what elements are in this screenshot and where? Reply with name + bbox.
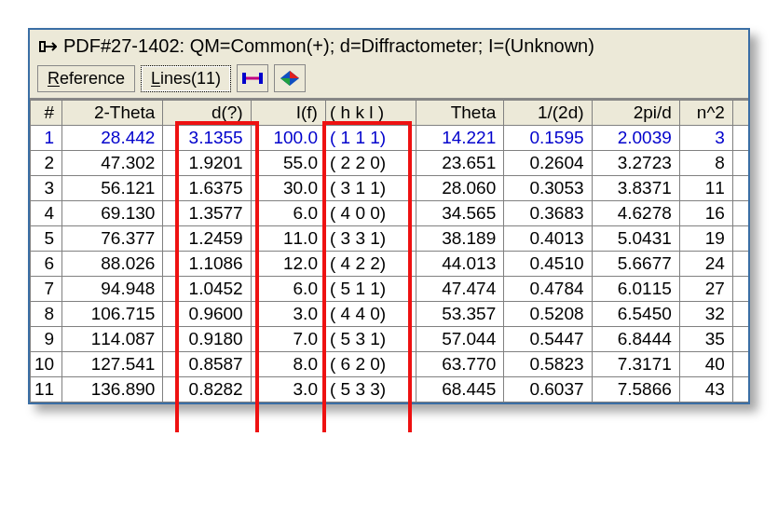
cell-d: 0.8282 xyxy=(163,377,251,402)
cell-theta: 14.221 xyxy=(416,126,503,151)
cell-d: 0.8587 xyxy=(163,352,251,377)
cell-n2: 24 xyxy=(679,252,732,277)
cell-spacer xyxy=(732,126,748,151)
cell-n2: 19 xyxy=(679,226,732,252)
cell-inv2d: 0.1595 xyxy=(504,126,592,151)
lines-label-rest: ines(11) xyxy=(160,69,221,88)
cell-d: 3.1355 xyxy=(163,126,251,151)
cell-spacer xyxy=(732,327,748,352)
cell-if: 100.0 xyxy=(251,126,325,151)
cell-inv2d: 0.4784 xyxy=(504,277,592,302)
cell-inv2d: 0.6037 xyxy=(504,377,592,402)
cell-if: 7.0 xyxy=(251,327,325,352)
cell-idx: 9 xyxy=(31,327,62,352)
table-row[interactable]: 469.1301.35776.0( 4 0 0)34.5650.36834.62… xyxy=(31,201,749,226)
table-row[interactable]: 794.9481.04526.0( 5 1 1)47.4740.47846.01… xyxy=(31,277,749,302)
table-row[interactable]: 9114.0870.91807.0( 5 3 1)57.0440.54476.8… xyxy=(31,327,749,352)
app-window: PDF#27-1402: QM=Common(+); d=Diffractome… xyxy=(28,28,750,404)
cell-twotheta: 127.541 xyxy=(62,352,163,377)
cell-idx: 2 xyxy=(31,151,62,176)
cell-twotheta: 88.026 xyxy=(62,252,163,277)
cell-twopid: 3.8371 xyxy=(592,176,679,201)
cell-theta: 68.445 xyxy=(416,377,503,402)
cell-n2: 40 xyxy=(679,352,732,377)
cell-twopid: 6.5450 xyxy=(592,302,679,327)
cell-twopid: 5.6677 xyxy=(592,252,679,277)
reference-mnemonic: R xyxy=(48,69,60,88)
svg-marker-8 xyxy=(280,78,290,86)
cell-spacer xyxy=(732,352,748,377)
titlebar: PDF#27-1402: QM=Common(+); d=Diffractome… xyxy=(30,30,748,59)
cell-inv2d: 0.3053 xyxy=(504,176,592,201)
cell-if: 6.0 xyxy=(251,201,325,226)
cell-spacer xyxy=(732,302,748,327)
columns-icon-button[interactable] xyxy=(237,64,268,92)
col-theta[interactable]: Theta xyxy=(416,101,503,126)
cell-theta: 34.565 xyxy=(416,201,503,226)
table-row[interactable]: 576.3771.245911.0( 3 3 1)38.1890.40135.0… xyxy=(31,226,749,252)
table-row[interactable]: 10127.5410.85878.0( 6 2 0)63.7700.58237.… xyxy=(31,352,749,377)
cell-hkl: ( 6 2 0) xyxy=(325,352,416,377)
cell-inv2d: 0.2604 xyxy=(504,151,592,176)
cell-idx: 7 xyxy=(31,277,62,302)
lines-button[interactable]: Lines(11) xyxy=(141,65,231,92)
cell-twopid: 5.0431 xyxy=(592,226,679,252)
data-grid[interactable]: # 2-Theta d(?) I(f) ( h k l ) Theta 1/(2… xyxy=(30,100,748,402)
cell-twotheta: 76.377 xyxy=(62,226,163,252)
cell-hkl: ( 4 4 0) xyxy=(325,302,416,327)
lines-mnemonic: L xyxy=(151,69,160,88)
pin-icon xyxy=(37,38,58,55)
reference-label-rest: eference xyxy=(60,69,125,88)
cell-d: 1.0452 xyxy=(163,277,251,302)
cell-theta: 44.013 xyxy=(416,252,503,277)
table-row[interactable]: 247.3021.920155.0( 2 2 0)23.6510.26043.2… xyxy=(31,151,749,176)
cell-theta: 63.770 xyxy=(416,352,503,377)
cell-idx: 6 xyxy=(31,252,62,277)
cell-idx: 1 xyxy=(31,126,62,151)
cell-twotheta: 106.715 xyxy=(62,302,163,327)
cell-if: 11.0 xyxy=(251,226,325,252)
cell-hkl: ( 3 3 1) xyxy=(325,226,416,252)
crystal-icon-button[interactable] xyxy=(274,64,306,92)
cell-spacer xyxy=(732,226,748,252)
cell-d: 0.9600 xyxy=(163,302,251,327)
cell-n2: 35 xyxy=(679,327,732,352)
cell-idx: 4 xyxy=(31,201,62,226)
cell-if: 8.0 xyxy=(251,352,325,377)
table-row[interactable]: 11136.8900.82823.0( 5 3 3)68.4450.60377.… xyxy=(31,377,749,402)
table-row[interactable]: 128.4423.1355100.0( 1 1 1)14.2210.15952.… xyxy=(31,126,749,151)
col-d[interactable]: d(?) xyxy=(163,101,251,126)
reference-button[interactable]: Reference xyxy=(37,65,135,92)
cell-spacer xyxy=(732,201,748,226)
table-row[interactable]: 356.1211.637530.0( 3 1 1)28.0600.30533.8… xyxy=(31,176,749,201)
col-n2[interactable]: n^2 xyxy=(679,101,732,126)
table-row[interactable]: 688.0261.108612.0( 4 2 2)44.0130.45105.6… xyxy=(31,252,749,277)
cell-n2: 16 xyxy=(679,201,732,226)
cell-spacer xyxy=(732,252,748,277)
col-spacer xyxy=(732,101,748,126)
cell-twotheta: 114.087 xyxy=(62,327,163,352)
cell-d: 0.9180 xyxy=(163,327,251,352)
col-idx[interactable]: # xyxy=(31,101,62,126)
col-hkl[interactable]: ( h k l ) xyxy=(325,101,416,126)
col-if[interactable]: I(f) xyxy=(251,101,325,126)
cell-hkl: ( 5 3 1) xyxy=(325,327,416,352)
col-2theta[interactable]: 2-Theta xyxy=(62,101,163,126)
window-title: PDF#27-1402: QM=Common(+); d=Diffractome… xyxy=(63,35,594,57)
cell-hkl: ( 4 0 0) xyxy=(325,201,416,226)
cell-hkl: ( 5 3 3) xyxy=(325,377,416,402)
cell-d: 1.6375 xyxy=(163,176,251,201)
cell-twopid: 7.3171 xyxy=(592,352,679,377)
col-2pid[interactable]: 2pi/d xyxy=(592,101,679,126)
columns-icon xyxy=(242,71,263,86)
cell-if: 6.0 xyxy=(251,277,325,302)
cell-d: 1.2459 xyxy=(163,226,251,252)
cell-if: 55.0 xyxy=(251,151,325,176)
cell-if: 3.0 xyxy=(251,302,325,327)
col-inv2d[interactable]: 1/(2d) xyxy=(504,101,592,126)
cell-hkl: ( 1 1 1) xyxy=(325,126,416,151)
toolbar: Reference Lines(11) xyxy=(30,59,748,100)
table-row[interactable]: 8106.7150.96003.0( 4 4 0)53.3570.52086.5… xyxy=(31,302,749,327)
cell-twopid: 2.0039 xyxy=(592,126,679,151)
cell-n2: 43 xyxy=(679,377,732,402)
